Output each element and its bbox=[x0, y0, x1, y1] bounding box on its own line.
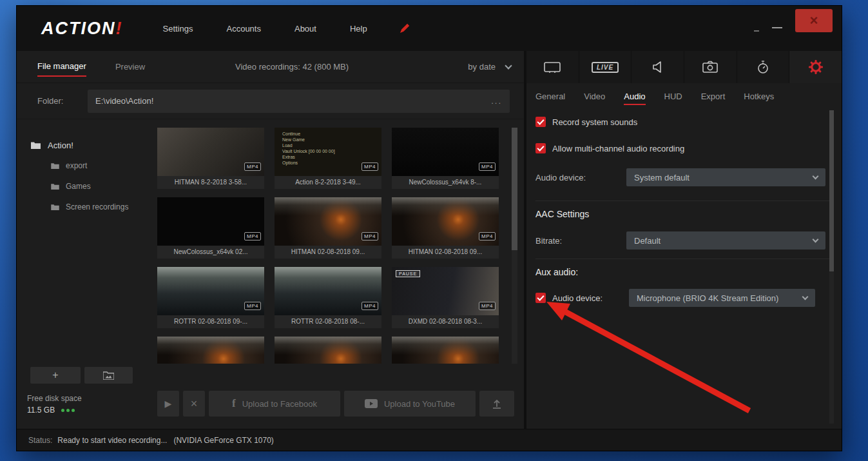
aux-device-checkbox[interactable] bbox=[535, 293, 546, 303]
video-item[interactable] bbox=[157, 337, 264, 364]
display-icon bbox=[544, 61, 561, 74]
video-thumbnail[interactable]: PAUSE MP4 bbox=[392, 267, 499, 315]
tab-recording-mode[interactable] bbox=[526, 51, 579, 83]
video-item[interactable]: MP4 NewColossus_x64vk 8-... bbox=[392, 128, 499, 189]
recordings-summary: Video recordings: 42 (800 MB) bbox=[235, 62, 349, 72]
video-thumbnail[interactable]: MP4 bbox=[157, 128, 264, 176]
logo-text: ACTION bbox=[41, 19, 116, 38]
chevron-down-icon bbox=[813, 173, 819, 180]
aux-audio-heading: Aux audio: bbox=[535, 267, 833, 277]
sort-dropdown[interactable]: by date bbox=[468, 62, 511, 72]
upload-youtube-label: Upload to YouTube bbox=[384, 399, 455, 409]
tab-audio-mode[interactable] bbox=[632, 51, 684, 83]
aux-device-dropdown[interactable]: Microphone (BRIO 4K Stream Edition) bbox=[629, 289, 815, 307]
grid-scrollbar-thumb[interactable] bbox=[512, 128, 517, 250]
video-thumbnail[interactable]: Continue New Game Load Vault Unlock [00 … bbox=[275, 128, 381, 176]
mp4-badge: MP4 bbox=[244, 232, 261, 240]
browse-button[interactable]: ... bbox=[491, 96, 502, 106]
tab-live-streaming[interactable]: LIVE bbox=[579, 51, 632, 83]
settings-scrollbar-thumb[interactable] bbox=[829, 110, 834, 271]
audio-device-dropdown[interactable]: System default bbox=[626, 168, 825, 186]
video-thumbnail[interactable]: MP4 bbox=[392, 128, 499, 176]
sidebar-item-games[interactable]: Games bbox=[17, 176, 153, 197]
tab-hud[interactable]: HUD bbox=[664, 92, 682, 101]
open-folder-button[interactable] bbox=[84, 367, 133, 384]
status-bar: Status: Ready to start video recording..… bbox=[17, 429, 842, 451]
menu-settings[interactable]: Settings bbox=[163, 24, 193, 34]
video-thumbnail[interactable]: MP4 bbox=[275, 267, 381, 315]
tab-preview[interactable]: Preview bbox=[115, 62, 145, 72]
record-system-sounds-checkbox[interactable] bbox=[535, 117, 546, 127]
video-thumbnail[interactable] bbox=[392, 337, 499, 364]
tab-benchmark[interactable] bbox=[737, 51, 790, 83]
camera-icon bbox=[702, 61, 718, 74]
sidebar-item-screen-recordings[interactable]: Screen recordings bbox=[17, 197, 153, 217]
video-thumbnail[interactable]: MP4 bbox=[157, 197, 264, 246]
settings-tabbar: General Video Audio HUD Export Hotkeys bbox=[526, 83, 842, 109]
settings-scrollbar[interactable] bbox=[829, 110, 834, 424]
delete-icon: × bbox=[191, 397, 198, 411]
facebook-icon: f bbox=[232, 397, 236, 410]
tab-general[interactable]: General bbox=[535, 92, 565, 101]
mp4-badge: MP4 bbox=[362, 162, 378, 171]
folder-path-input[interactable]: E:\video\Action! ... bbox=[88, 90, 510, 113]
menu-accounts[interactable]: Accounts bbox=[226, 24, 260, 34]
mp4-badge: MP4 bbox=[479, 162, 496, 171]
video-item[interactable]: PAUSE MP4 DXMD 02-08-2018 08-3... bbox=[392, 267, 499, 328]
bitrate-label: Bitrate: bbox=[535, 236, 626, 246]
video-item[interactable] bbox=[392, 337, 499, 364]
close-button[interactable]: × bbox=[795, 9, 833, 32]
status-label: Status: bbox=[28, 436, 52, 445]
mp4-badge: MP4 bbox=[479, 232, 496, 240]
tab-video[interactable]: Video bbox=[584, 92, 605, 101]
tab-hotkeys[interactable]: Hotkeys bbox=[744, 92, 774, 101]
multichannel-checkbox[interactable] bbox=[535, 143, 546, 153]
video-thumbnail[interactable]: MP4 bbox=[157, 267, 264, 315]
content: File manager Preview Video recordings: 4… bbox=[17, 51, 842, 429]
sidebar-item-label: Games bbox=[66, 182, 91, 191]
play-icon: ▶ bbox=[165, 398, 172, 409]
upload-youtube-button[interactable]: Upload to YouTube bbox=[344, 391, 476, 417]
tab-settings-active[interactable] bbox=[789, 51, 842, 83]
upload-icon bbox=[491, 398, 503, 409]
video-item[interactable]: MP4 ROTTR 02-08-2018 08-... bbox=[275, 267, 381, 328]
tab-audio[interactable]: Audio bbox=[624, 92, 645, 101]
grid-scrollbar[interactable] bbox=[512, 128, 517, 364]
pen-icon[interactable] bbox=[398, 22, 411, 35]
video-item[interactable]: MP4 NewColossus_x64vk 02... bbox=[157, 197, 264, 259]
tab-file-manager[interactable]: File manager bbox=[37, 61, 86, 72]
file-manager-body: Action! export Games Screen recordi bbox=[17, 119, 524, 429]
sidebar-item-action[interactable]: Action! bbox=[17, 135, 153, 155]
tab-export[interactable]: Export bbox=[701, 92, 726, 101]
delete-button[interactable]: × bbox=[183, 391, 205, 417]
upload-facebook-button[interactable]: f Upload to Facebook bbox=[209, 391, 340, 417]
video-item[interactable]: MP4 HITMAN 8-2-2018 3-58... bbox=[157, 128, 264, 189]
video-item[interactable]: Continue New Game Load Vault Unlock [00 … bbox=[275, 128, 381, 189]
video-thumbnail[interactable] bbox=[275, 337, 381, 364]
folder-icon bbox=[51, 162, 59, 169]
video-thumbnail[interactable]: MP4 bbox=[392, 197, 499, 246]
export-upload-button[interactable] bbox=[479, 391, 514, 417]
menu-help[interactable]: Help bbox=[350, 24, 367, 34]
add-folder-button[interactable]: + bbox=[30, 367, 81, 384]
video-item[interactable]: MP4 HITMAN 02-08-2018 09... bbox=[392, 197, 499, 259]
menu-about[interactable]: About bbox=[294, 24, 316, 34]
folder-row: Folder: E:\video\Action! ... bbox=[17, 83, 524, 119]
section-divider bbox=[535, 259, 833, 259]
video-thumbnail[interactable]: MP4 bbox=[275, 197, 381, 246]
youtube-icon bbox=[365, 399, 378, 408]
app-logo: ACTION! bbox=[41, 19, 123, 39]
video-thumbnail[interactable] bbox=[157, 337, 264, 364]
play-button[interactable]: ▶ bbox=[157, 391, 179, 417]
video-item[interactable]: MP4 HITMAN 02-08-2018 09... bbox=[275, 197, 381, 259]
tab-screenshots[interactable] bbox=[684, 51, 737, 83]
bitrate-value: Default bbox=[634, 236, 661, 246]
bitrate-dropdown[interactable]: Default bbox=[626, 231, 825, 250]
recordings-area: MP4 HITMAN 8-2-2018 3-58... Continue New… bbox=[153, 119, 524, 429]
video-item[interactable]: MP4 ROTTR 02-08-2018 09-... bbox=[157, 267, 264, 328]
sidebar-item-export[interactable]: export bbox=[17, 155, 153, 176]
video-title: HITMAN 8-2-2018 3-58... bbox=[157, 176, 264, 189]
minimize-button[interactable] bbox=[772, 27, 782, 28]
video-item[interactable] bbox=[275, 337, 381, 364]
minimize-to-tray-button[interactable] bbox=[754, 30, 759, 32]
